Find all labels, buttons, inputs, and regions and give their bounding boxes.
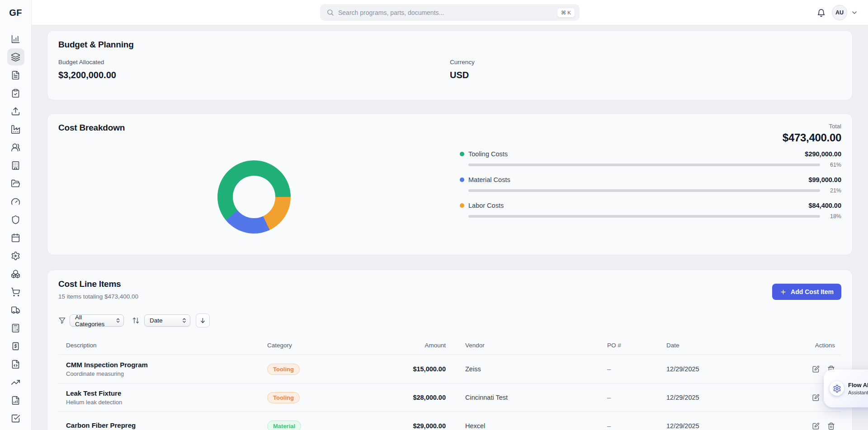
amount-cell: $15,000.00 xyxy=(349,365,465,373)
global-search[interactable]: ⌘ K xyxy=(320,4,580,21)
sidebar-item-security[interactable] xyxy=(7,211,24,228)
labor-dot xyxy=(460,203,464,208)
table-row[interactable]: CMM Inspection Program Coordinate measur… xyxy=(58,355,841,383)
sidebar-item-procurement[interactable] xyxy=(7,283,24,300)
vendor-cell: Hexcel xyxy=(465,422,607,430)
row-title: Carbon Fiber Prepreg xyxy=(66,421,267,429)
material-percent: 21% xyxy=(820,187,841,194)
arrow-down-icon xyxy=(199,317,206,324)
line-items-title: Cost Line Items xyxy=(58,279,841,289)
add-cost-item-button[interactable]: Add Cost Item xyxy=(772,284,841,300)
labor-bar-track xyxy=(468,215,820,218)
delete-icon[interactable] xyxy=(827,422,835,430)
breakdown-total: Total $473,400.00 xyxy=(783,123,841,144)
search-input[interactable] xyxy=(338,9,553,16)
gauge-icon xyxy=(11,197,20,206)
app-logo[interactable]: GF xyxy=(0,0,31,25)
tooling-bar-track xyxy=(468,164,820,166)
boxes-icon xyxy=(11,269,20,279)
sidebar-item-approvals[interactable] xyxy=(7,410,24,427)
legend-item-material: Material Costs $99,000.00 21% xyxy=(460,176,841,194)
material-bar-track xyxy=(468,189,820,192)
category-filter-select[interactable]: All Categories xyxy=(70,314,124,327)
sidebar-item-programs[interactable] xyxy=(7,48,24,65)
table-row[interactable]: Carbon Fiber Prepreg Material $29,000.00… xyxy=(58,412,841,430)
sidebar-item-documents[interactable] xyxy=(7,66,24,84)
sidebar-item-upload[interactable] xyxy=(7,103,24,120)
search-icon xyxy=(326,9,334,16)
vendor-cell: Cincinnati Test xyxy=(465,394,607,401)
amount-cell: $28,000.00 xyxy=(349,394,465,401)
main-content: Budget & Planning Budget Allocated $3,20… xyxy=(32,25,868,430)
clipboard-check-icon xyxy=(11,89,20,98)
sidebar: GF xyxy=(0,0,32,430)
plus-icon xyxy=(780,289,787,295)
material-dot xyxy=(460,178,464,182)
file-code-icon xyxy=(11,360,20,369)
sidebar-item-files[interactable] xyxy=(7,175,24,192)
sidebar-item-factory[interactable] xyxy=(7,121,24,138)
calculator-icon xyxy=(11,323,20,333)
sidebar-item-team[interactable] xyxy=(7,139,24,156)
row-title: CMM Inspection Program xyxy=(66,361,267,369)
cost-line-items-card: Cost Line Items 15 items totaling $473,4… xyxy=(47,270,853,430)
truck-icon xyxy=(11,305,20,315)
sidebar-item-analytics[interactable] xyxy=(7,30,24,47)
sidebar-item-trends[interactable] xyxy=(7,374,24,391)
topbar-right: AU xyxy=(816,0,858,25)
material-value: $99,000.00 xyxy=(808,176,841,183)
edit-icon[interactable] xyxy=(812,365,820,373)
filter-funnel-icon xyxy=(58,317,66,324)
date-cell: 12/29/2025 xyxy=(666,365,764,373)
sidebar-item-performance[interactable] xyxy=(7,193,24,210)
category-badge: Tooling xyxy=(267,392,300,403)
sort-direction-button[interactable] xyxy=(196,313,210,327)
sidebar-item-code-docs[interactable] xyxy=(7,355,24,373)
sidebar-item-invoices[interactable] xyxy=(7,337,24,355)
po-cell: – xyxy=(607,394,666,401)
notifications-button[interactable] xyxy=(816,8,826,18)
table-header: Description Category Amount Vendor PO # … xyxy=(58,342,841,355)
assistant-subtitle: Assistant xyxy=(848,390,868,395)
budget-allocated-field: Budget Allocated $3,200,000.00 xyxy=(58,59,450,80)
flow-ai-assistant-widget[interactable]: Flow AI Assistant xyxy=(824,369,868,407)
sidebar-item-facilities[interactable] xyxy=(7,157,24,174)
table-row[interactable]: Leak Test Fixture Helium leak detection … xyxy=(58,383,841,412)
shopping-cart-icon xyxy=(11,287,20,297)
sidebar-item-calendar[interactable] xyxy=(7,229,24,246)
check-square-icon xyxy=(11,414,20,423)
sort-arrows-icon xyxy=(132,317,140,324)
sidebar-nav xyxy=(0,25,31,428)
row-subtitle: Helium leak detection xyxy=(66,399,267,406)
material-label: Material Costs xyxy=(468,176,808,183)
tooling-percent: 61% xyxy=(820,162,841,168)
currency-field: Currency USD xyxy=(450,59,841,80)
line-items-subtitle: 15 items totaling $473,400.00 xyxy=(58,293,841,300)
sidebar-item-reports[interactable] xyxy=(7,392,24,409)
sidebar-item-logistics[interactable] xyxy=(7,301,24,318)
chevron-down-icon xyxy=(851,9,858,16)
edit-icon[interactable] xyxy=(812,422,820,430)
sidebar-item-calculator[interactable] xyxy=(7,319,24,337)
labor-label: Labor Costs xyxy=(468,202,808,209)
breakdown-title: Cost Breakdown xyxy=(58,123,125,133)
sidebar-item-inventory[interactable] xyxy=(7,265,24,282)
vendor-cell: Zeiss xyxy=(465,365,607,373)
sort-by-select[interactable]: Date xyxy=(144,314,190,327)
edit-icon[interactable] xyxy=(812,394,820,402)
bell-icon xyxy=(816,8,826,18)
topbar: ⌘ K AU xyxy=(32,0,868,25)
chevrons-up-down-icon xyxy=(181,318,187,323)
date-cell: 12/29/2025 xyxy=(666,394,764,401)
donut-zone xyxy=(58,148,450,234)
budget-card-title: Budget & Planning xyxy=(58,40,841,50)
sidebar-item-tasks[interactable] xyxy=(7,84,24,102)
po-cell: – xyxy=(607,365,666,373)
po-cell: – xyxy=(607,422,666,430)
chevrons-up-down-icon xyxy=(115,318,121,323)
currency-value: USD xyxy=(450,70,841,80)
trending-up-icon xyxy=(11,378,20,387)
user-menu[interactable]: AU xyxy=(832,5,858,20)
category-badge: Material xyxy=(267,421,301,430)
sidebar-item-automation[interactable] xyxy=(7,247,24,264)
